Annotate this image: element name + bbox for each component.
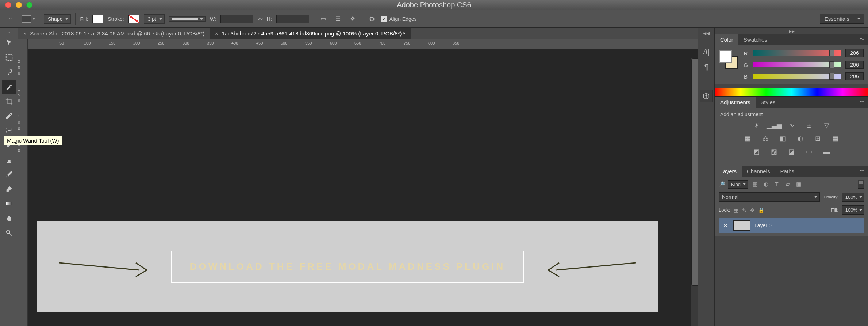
dodge-tool[interactable]: [2, 226, 16, 240]
tab-layers[interactable]: Layers: [715, 166, 742, 177]
workspace-select[interactable]: Essentials: [820, 14, 864, 24]
character-panel-icon[interactable]: A|: [700, 45, 713, 58]
eraser-tool[interactable]: [2, 182, 16, 196]
r-value-input[interactable]: 206: [845, 49, 864, 57]
tab-swatches[interactable]: Swatches: [738, 34, 772, 45]
color-lookup-icon[interactable]: ▤: [830, 134, 841, 143]
history-brush-tool[interactable]: [2, 167, 16, 181]
document-tab[interactable]: × Screen Shot 2018-09-17 at 3.34.06 AM.p…: [18, 28, 210, 39]
gradient-map-icon[interactable]: ▭: [804, 147, 815, 156]
threshold-icon[interactable]: ◪: [786, 147, 797, 156]
visibility-icon[interactable]: 👁: [722, 223, 729, 229]
panel-menu-icon[interactable]: ▾≡: [856, 166, 868, 177]
eyedropper-tool[interactable]: [2, 109, 16, 123]
lasso-tool[interactable]: [2, 65, 16, 79]
vertical-scrollbar[interactable]: [691, 58, 698, 326]
tab-paths[interactable]: Paths: [775, 166, 799, 177]
r-slider[interactable]: [753, 50, 841, 56]
width-input[interactable]: [220, 15, 253, 23]
stroke-swatch[interactable]: [128, 15, 139, 23]
shape-mode-select[interactable]: Shape: [44, 14, 71, 24]
tools-grip[interactable]: ••: [2, 30, 16, 34]
photo-filter-icon[interactable]: ◐: [795, 134, 806, 143]
close-tab-icon[interactable]: ×: [23, 31, 26, 37]
lock-transparency-icon[interactable]: ▦: [734, 207, 738, 213]
invert-icon[interactable]: ◩: [751, 147, 762, 156]
tab-styles[interactable]: Styles: [756, 97, 781, 108]
path-arrange-icon[interactable]: ❖: [347, 15, 358, 23]
options-grip[interactable]: ••: [4, 16, 18, 20]
align-edges-checkbox[interactable]: ✓: [381, 16, 387, 22]
posterize-icon[interactable]: ▨: [769, 147, 780, 156]
bw-icon[interactable]: ◧: [777, 134, 788, 143]
path-align-icon[interactable]: ☰: [333, 15, 343, 23]
tab-channels[interactable]: Channels: [742, 166, 775, 177]
canvas[interactable]: DOWNLOAD THE FREE MODAL MADNESS PLUGIN: [28, 49, 698, 326]
magic-wand-tool[interactable]: [2, 80, 16, 94]
3d-panel-icon[interactable]: [700, 90, 713, 102]
layer-thumbnail[interactable]: [733, 220, 750, 231]
fill-input[interactable]: 100%: [842, 205, 864, 215]
filter-type-icon[interactable]: T: [773, 181, 780, 187]
filter-smart-icon[interactable]: ▣: [795, 181, 802, 187]
b-slider[interactable]: [753, 74, 841, 79]
fill-swatch[interactable]: [92, 15, 103, 23]
gradient-tool[interactable]: [2, 197, 16, 211]
color-panel: Color Swatches ▾≡ R 206 G: [715, 34, 868, 97]
brightness-icon[interactable]: ☀: [751, 121, 762, 130]
panel-menu-icon[interactable]: ▾≡: [856, 97, 868, 108]
healing-brush-tool[interactable]: [2, 124, 16, 137]
selective-color-icon[interactable]: ▬: [821, 147, 832, 156]
close-tab-icon[interactable]: ×: [215, 31, 218, 37]
collapse-panels-icon[interactable]: ▶▶: [715, 28, 868, 34]
gear-icon[interactable]: ⚙: [367, 15, 377, 23]
lock-position-icon[interactable]: ✥: [750, 207, 754, 213]
tab-color[interactable]: Color: [715, 34, 738, 45]
shape-preset-button[interactable]: [22, 15, 31, 23]
channel-mixer-icon[interactable]: ⊞: [813, 134, 823, 143]
filter-toggle[interactable]: [858, 180, 864, 189]
tab-adjustments[interactable]: Adjustments: [715, 97, 756, 108]
levels-icon[interactable]: ▁▃▅: [769, 121, 780, 130]
close-window-button[interactable]: [5, 2, 11, 8]
layer-name[interactable]: Layer 0: [754, 223, 772, 228]
filter-shape-icon[interactable]: ▱: [784, 181, 791, 187]
hue-sat-icon[interactable]: ▦: [742, 134, 753, 143]
vertical-ruler[interactable]: 2 0 0 1 5 0 1 0 0 5 0: [18, 39, 28, 326]
expand-dock-icon[interactable]: ◀◀: [703, 31, 710, 36]
g-value-input[interactable]: 206: [845, 61, 864, 69]
layer-filter-kind-select[interactable]: Kind: [728, 180, 748, 189]
g-slider[interactable]: [753, 62, 841, 67]
lock-pixels-icon[interactable]: ✎: [742, 207, 746, 213]
minimize-window-button[interactable]: [16, 2, 22, 8]
lock-all-icon[interactable]: 🔒: [758, 207, 764, 213]
marquee-tool[interactable]: [2, 50, 16, 64]
stroke-style-select[interactable]: [169, 16, 206, 22]
curves-icon[interactable]: ∿: [786, 121, 797, 130]
color-balance-icon[interactable]: ⚖: [760, 134, 771, 143]
zoom-window-button[interactable]: [26, 2, 32, 8]
filter-adjust-icon[interactable]: ◐: [762, 181, 769, 187]
blur-tool[interactable]: [2, 211, 16, 225]
color-spectrum[interactable]: [715, 88, 868, 96]
clone-stamp-tool[interactable]: [2, 153, 16, 167]
filter-pixel-icon[interactable]: ▦: [751, 181, 758, 187]
move-tool[interactable]: [2, 36, 16, 50]
layer-row[interactable]: 👁 Layer 0: [719, 218, 864, 233]
stroke-width-select[interactable]: 3 pt: [144, 14, 165, 24]
height-input[interactable]: [276, 15, 309, 23]
vibrance-icon[interactable]: ▽: [821, 121, 832, 130]
fg-color-swatch[interactable]: [719, 50, 732, 63]
link-wh-icon[interactable]: ⚯: [258, 15, 262, 22]
fg-bg-swatch[interactable]: [719, 50, 738, 69]
document-tab[interactable]: × 1ac3bdba-c72e-4a59-a861-418daf809ccc.p…: [210, 28, 411, 39]
b-value-input[interactable]: 206: [845, 72, 864, 80]
crop-tool[interactable]: [2, 94, 16, 108]
panel-menu-icon[interactable]: ▾≡: [856, 34, 868, 45]
exposure-icon[interactable]: ±: [804, 121, 815, 130]
opacity-input[interactable]: 100%: [842, 193, 864, 202]
paragraph-panel-icon[interactable]: ¶: [700, 61, 713, 73]
path-combine-icon[interactable]: ▭: [318, 15, 329, 23]
horizontal-ruler[interactable]: 50 100 150 200 250 300 350 400 450 500 5…: [28, 39, 698, 49]
blend-mode-select[interactable]: Normal: [719, 192, 820, 202]
